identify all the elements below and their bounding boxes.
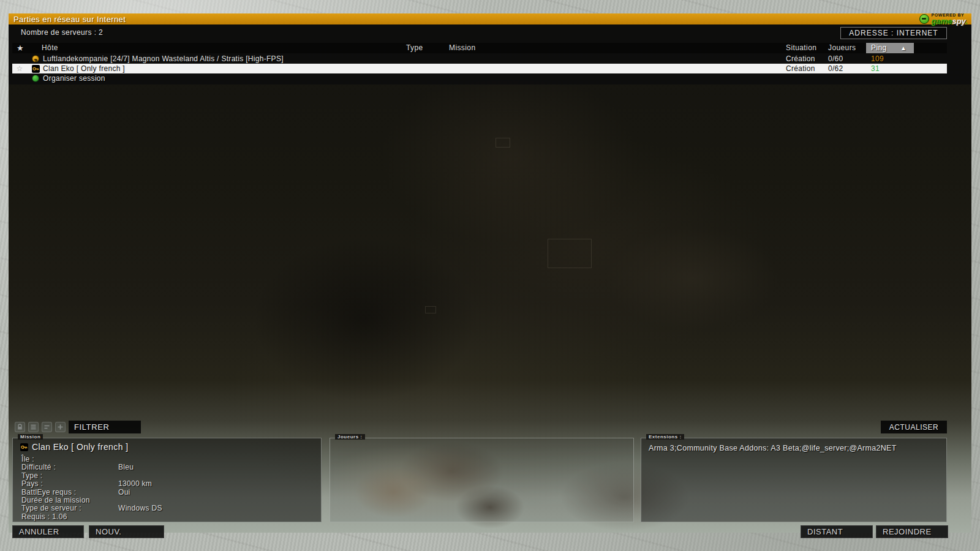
column-mission[interactable]: Mission	[449, 43, 475, 53]
favorites-column-icon[interactable]: ★	[17, 43, 24, 53]
server-ping: 109	[871, 54, 884, 64]
gamespy-logo: POWERED BY gamespy.	[919, 13, 968, 25]
extensions-list: Arma 3;Community Base Addons: A3 Beta;@l…	[649, 444, 940, 452]
mission-fields: Île :Difficulté :BleuType :Pays :13000 k…	[21, 455, 315, 521]
mission-title-row: Clan Eko [ Only french ]	[20, 442, 128, 452]
column-situation[interactable]: Situation	[786, 43, 816, 53]
server-players: 0/62	[828, 64, 843, 73]
map-structure	[425, 306, 436, 313]
mission-field-value: Windows DS	[118, 504, 162, 512]
address-internet-button[interactable]: ADRESSE : INTERNET	[840, 27, 947, 39]
key-icon	[32, 65, 40, 73]
server-host: Clan Eko [ Only french ]	[43, 64, 125, 73]
mission-field: BattlEye requs :Oui	[21, 489, 315, 497]
players-panel-legend: Joueurs :	[335, 434, 365, 440]
plus-icon[interactable]	[55, 422, 66, 432]
question-icon: ?	[32, 55, 39, 62]
server-ping: 31	[871, 64, 880, 73]
mission-field-label: Durée de la mission	[21, 497, 118, 504]
remote-button[interactable]: DISTANT	[801, 525, 873, 538]
server-count-label: Nombre de serveurs : 2	[21, 28, 103, 37]
mission-field: Requis : 1.06	[21, 513, 315, 521]
mission-field-value: Bleu	[118, 463, 134, 471]
mission-field: Pays :13000 km	[21, 480, 315, 488]
server-situation: Création	[786, 54, 815, 64]
mission-field-label: Pays :	[21, 480, 118, 488]
mission-field-value: Oui	[118, 488, 130, 497]
rules-icon[interactable]	[42, 422, 52, 432]
mission-field: Difficulté :Bleu	[21, 463, 315, 471]
server-situation: Création	[786, 64, 815, 73]
server-host: Luftlandekompanie [24/7] Magnon Wastelan…	[43, 54, 284, 64]
server-table-header: ★ Hôte Type Mission Situation Joueurs Pi…	[12, 43, 947, 53]
players-panel: Joueurs :	[330, 438, 634, 522]
server-browser-screen: Parties en réseau sur Internet POWERED B…	[0, 0, 980, 551]
mission-field: Type de serveur :Windows DS	[21, 504, 315, 512]
mission-server-name: Clan Eko [ Only french ]	[32, 442, 128, 452]
mission-field-label: Requis : 1.06	[21, 513, 118, 521]
list-icon[interactable]	[28, 422, 39, 432]
server-host: Organiser session	[43, 73, 105, 83]
mission-panel: Mission Clan Eko [ Only french ] Île :Di…	[12, 438, 322, 522]
mission-panel-legend: Mission	[18, 434, 43, 440]
server-row[interactable]: ?Luftlandekompanie [24/7] Magnon Wastela…	[12, 54, 947, 64]
mission-field: Île :	[21, 455, 315, 463]
server-players: 0/60	[828, 54, 843, 64]
join-button[interactable]: REJOINDRE	[876, 525, 948, 538]
key-icon	[20, 443, 28, 451]
server-list: ?Luftlandekompanie [24/7] Magnon Wastela…	[12, 54, 947, 83]
map-structure	[548, 239, 592, 268]
extensions-panel: Extensions : Arma 3;Community Base Addon…	[641, 438, 947, 522]
mission-field-label: BattlEye requs :	[21, 489, 118, 497]
server-row[interactable]: ☆Clan Eko [ Only french ]Création0/6231	[12, 64, 947, 73]
lock-icon[interactable]	[15, 422, 25, 432]
filter-button[interactable]: FILTRER	[69, 421, 141, 433]
cancel-button[interactable]: ANNULER	[12, 525, 84, 538]
sort-ascending-icon: ▲	[900, 43, 907, 53]
mission-field-label: Type :	[21, 472, 118, 480]
gamespy-face-icon	[919, 14, 929, 24]
filter-icon-group	[15, 422, 66, 432]
column-type[interactable]: Type	[406, 43, 423, 53]
mission-field-label: Difficulté :	[21, 463, 118, 471]
mission-field-label: Type de serveur :	[21, 504, 118, 512]
extensions-panel-legend: Extensions :	[646, 434, 684, 440]
mission-field-value: 13000 km	[118, 479, 152, 488]
window-title-bar: Parties en réseau sur Internet POWERED B…	[9, 13, 971, 24]
mission-field-label: Île :	[21, 455, 118, 463]
refresh-button[interactable]: ACTUALISER	[881, 421, 947, 433]
favorite-star-icon[interactable]: ☆	[15, 64, 24, 73]
gamespy-wordmark: gamespy.	[931, 17, 968, 25]
column-host[interactable]: Hôte	[42, 43, 58, 53]
new-button[interactable]: NOUV.	[89, 525, 164, 538]
mission-field: Durée de la mission	[21, 497, 315, 504]
map-structure	[496, 138, 510, 148]
create-session-icon	[32, 75, 39, 82]
mission-field: Type :	[21, 472, 315, 480]
page-title: Parties en réseau sur Internet	[13, 15, 126, 24]
column-ping[interactable]: Ping ▲	[866, 43, 914, 53]
column-players[interactable]: Joueurs	[828, 43, 856, 53]
server-row[interactable]: Organiser session	[12, 73, 947, 83]
